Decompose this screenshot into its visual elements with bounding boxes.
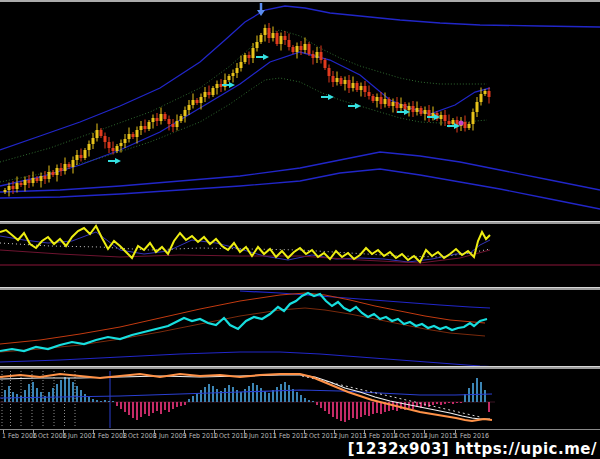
histogram-bar: [136, 402, 138, 420]
candlestick: [340, 78, 343, 84]
histogram-bar: [152, 402, 154, 413]
candlestick: [60, 168, 63, 171]
histogram-bar: [360, 402, 362, 417]
candlestick: [36, 178, 39, 181]
candlestick: [332, 76, 335, 82]
chart-canvas[interactable]: [0, 0, 600, 459]
histogram-bar: [452, 402, 454, 404]
histogram-bar: [168, 402, 170, 412]
candlestick: [128, 134, 131, 139]
candlestick: [260, 35, 263, 42]
histogram-bar: [308, 400, 310, 402]
histogram-bar: [248, 386, 250, 402]
candlestick: [272, 33, 275, 38]
histogram-bar: [288, 385, 290, 402]
candlestick: [20, 183, 23, 185]
upper-blue: [240, 291, 490, 308]
candlestick: [416, 108, 419, 112]
candlestick: [408, 106, 411, 110]
histogram-bar: [368, 402, 370, 416]
candlestick: [64, 164, 67, 171]
histogram-bar: [172, 402, 174, 409]
candlestick: [240, 62, 243, 68]
candlestick: [268, 28, 271, 38]
panel-separator[interactable]: [0, 287, 600, 290]
histogram-bar: [84, 394, 86, 402]
candlestick: [288, 40, 291, 47]
histogram-bar: [376, 402, 378, 413]
candlestick: [40, 176, 43, 181]
candlestick: [480, 94, 483, 102]
histogram-bar: [276, 387, 278, 402]
histogram-bar: [160, 402, 162, 414]
panel-separator[interactable]: [0, 366, 600, 369]
lower-blue-band-1: [0, 152, 600, 192]
candlestick: [360, 86, 363, 90]
histogram-bar: [256, 385, 258, 402]
buy-arrow-icon: [328, 94, 334, 100]
histogram-bar: [488, 402, 490, 412]
candlestick: [388, 99, 391, 106]
candlestick: [244, 55, 247, 62]
histogram-bar: [328, 402, 330, 414]
histogram-bar: [240, 392, 242, 402]
histogram-bar: [36, 388, 38, 402]
histogram-bar: [92, 399, 94, 402]
upper-blue-band: [0, 6, 600, 150]
candlestick: [392, 102, 395, 106]
candlestick: [140, 126, 143, 130]
candlestick: [52, 172, 55, 175]
histogram-bar: [204, 387, 206, 402]
histogram-bar: [432, 402, 434, 405]
candlestick: [448, 121, 451, 124]
histogram-bar: [244, 389, 246, 402]
oscillator-panel[interactable]: [0, 226, 600, 265]
candlestick: [280, 36, 283, 44]
candlestick: [484, 91, 487, 94]
histogram-bar: [80, 390, 82, 402]
histogram-bar: [484, 390, 486, 402]
lower-red: [0, 308, 485, 352]
trend-panel[interactable]: [0, 291, 500, 367]
candlestick: [24, 180, 27, 185]
candlestick: [444, 115, 447, 121]
histogram-bar: [72, 382, 74, 402]
histogram-bar: [60, 380, 62, 402]
candlestick: [196, 100, 199, 103]
histogram-bar: [456, 402, 458, 403]
histogram-bar: [96, 400, 98, 402]
histogram-bar: [28, 384, 30, 402]
histogram-bar: [68, 378, 70, 402]
candlestick: [204, 92, 207, 97]
candlestick: [284, 36, 287, 40]
histogram-bar: [348, 402, 350, 420]
histogram-bar: [64, 377, 66, 402]
axis-label: 1 Oct 2008: [122, 433, 157, 440]
candlestick: [80, 155, 83, 158]
candlestick: [216, 84, 219, 88]
histogram-bar: [272, 390, 274, 402]
price-panel[interactable]: [0, 3, 600, 209]
candlestick: [180, 116, 183, 121]
candlestick: [92, 138, 95, 144]
panel-separator[interactable]: [0, 221, 600, 224]
candlestick: [124, 139, 127, 143]
histogram-panel[interactable]: [0, 371, 495, 428]
histogram-bar: [264, 391, 266, 402]
candlestick: [316, 52, 319, 58]
histogram-bar: [284, 382, 286, 402]
histogram-bar: [324, 402, 326, 411]
histogram-bar: [268, 393, 270, 402]
histogram-bar: [224, 388, 226, 402]
candlestick: [236, 68, 239, 73]
candlestick: [56, 168, 59, 175]
candlestick: [232, 73, 235, 76]
histogram-bar: [252, 383, 254, 402]
histogram-bar: [76, 386, 78, 402]
candlestick: [328, 68, 331, 76]
histogram-bar: [88, 397, 90, 402]
histogram-bar: [440, 402, 442, 405]
histogram-bar: [188, 399, 190, 402]
candlestick: [96, 130, 99, 138]
candlestick: [348, 80, 351, 88]
